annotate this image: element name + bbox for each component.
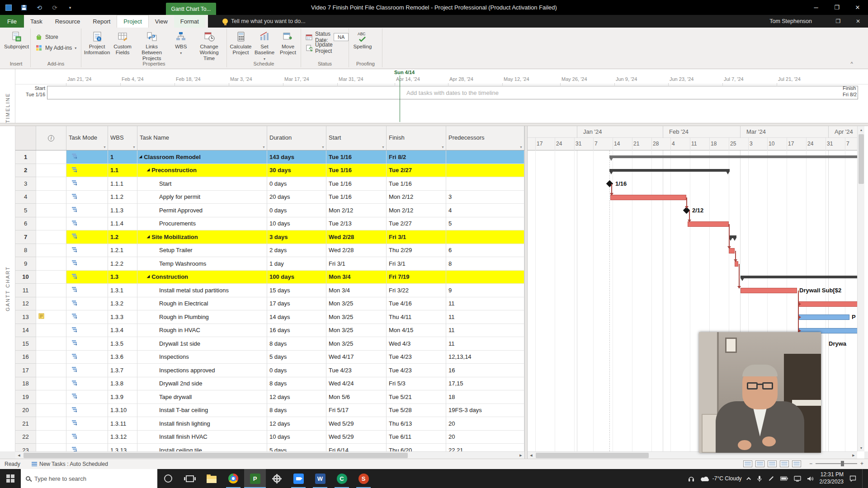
cell-num[interactable]: 16 [15, 351, 36, 364]
redo-button[interactable]: ⟳ [51, 4, 59, 12]
cell-duration[interactable]: 5 days [267, 351, 326, 364]
cell-mode[interactable] [66, 337, 108, 351]
task-bar[interactable] [799, 314, 849, 320]
cell-name[interactable]: Install T-bar ceiling [137, 404, 267, 418]
cell-start[interactable]: Mon 3/25 [326, 324, 387, 338]
cell-mode[interactable] [66, 431, 108, 444]
tab-task[interactable]: Task [24, 15, 49, 28]
zoom-out-button[interactable]: − [809, 460, 812, 467]
cell-pred[interactable]: 20 [446, 431, 524, 444]
cell-duration[interactable]: 14 days [267, 310, 326, 324]
cell-finish[interactable]: Fri 3/1 [387, 257, 446, 271]
cell-pred[interactable]: 17,15 [446, 377, 524, 391]
ribbon-button-links-between-projects[interactable]: Links BetweenProjects [134, 29, 169, 62]
ribbon-button-set-baseline[interactable]: SetBaseline▾ [253, 29, 276, 62]
gantt-horizontal-scroll-thumb[interactable] [536, 453, 649, 458]
column-header-name[interactable]: Task Name▼ [137, 126, 267, 150]
taskbar-search-box[interactable]: Type here to search [21, 469, 157, 488]
cell-wbs[interactable]: 1.3.3 [108, 310, 137, 324]
ribbon-button-status-date[interactable]: Status Date:NA [306, 33, 349, 42]
filter-icon[interactable]: ▼ [103, 145, 106, 149]
cell-duration[interactable]: 8 days [267, 377, 326, 391]
cell-wbs[interactable]: 1.1.1 [108, 177, 137, 191]
cell-num[interactable]: 1 [15, 150, 36, 164]
project-icon[interactable]: P [244, 469, 266, 488]
cell-info[interactable] [36, 204, 66, 217]
cell-start[interactable]: Fri 5/17 [326, 404, 387, 418]
cell-name[interactable]: Install metal stud partitions [137, 284, 267, 297]
cell-finish[interactable]: Tue 4/23 [387, 351, 446, 364]
filter-icon[interactable]: ▼ [132, 145, 136, 149]
cell-pred[interactable]: 9 [446, 284, 524, 297]
cell-pred[interactable] [446, 230, 524, 244]
scroll-up-arrow[interactable]: ▲ [858, 126, 865, 133]
cell-mode[interactable] [66, 444, 108, 451]
cell-name[interactable]: Rough in Electrical [137, 297, 267, 311]
cell-num[interactable]: 2 [15, 164, 36, 178]
cell-duration[interactable]: 17 days [267, 297, 326, 311]
report-view-button[interactable] [792, 460, 801, 467]
ribbon-button-custom-fields[interactable]: CustomFields [111, 29, 134, 56]
column-header-info[interactable]: i [36, 126, 66, 150]
summary-bar[interactable] [609, 155, 857, 158]
tab-file[interactable]: File [0, 15, 24, 28]
cell-start[interactable]: Wed 2/28 [326, 230, 387, 244]
cell-name[interactable]: Install ceiling tile [137, 444, 267, 451]
tell-me-box[interactable]: Tell me what you want to do... [222, 15, 306, 28]
column-header-start[interactable]: Start▼ [326, 126, 387, 150]
cell-name[interactable]: Install finish lighting [137, 417, 267, 431]
column-header-wbs[interactable]: WBS▼ [108, 126, 137, 150]
cell-finish[interactable]: Fri 5/3 [387, 377, 446, 391]
cell-wbs[interactable]: 1.3.4 [108, 324, 137, 338]
action-center-icon[interactable] [849, 475, 856, 482]
cell-num[interactable]: 6 [15, 217, 36, 231]
chrome-icon[interactable] [222, 469, 244, 488]
cell-mode[interactable] [66, 191, 108, 204]
cell-duration[interactable]: 12 days [267, 390, 326, 404]
collapse-ribbon-button[interactable]: ^ [847, 61, 856, 67]
cell-finish[interactable]: Wed 4/3 [387, 337, 446, 351]
cell-start[interactable]: Tue 2/13 [326, 217, 387, 231]
cell-wbs[interactable]: 1.3.9 [108, 390, 137, 404]
tab-format[interactable]: Format [174, 15, 205, 28]
cell-wbs[interactable]: 1.1 [108, 164, 137, 178]
cell-name[interactable]: ◢Preconstruction [137, 164, 267, 178]
task-bar[interactable] [741, 288, 797, 293]
cell-mode[interactable] [66, 324, 108, 338]
cell-name[interactable]: Drywall 1st side [137, 337, 267, 351]
pane-splitter-horizontal[interactable] [0, 123, 868, 126]
cell-wbs[interactable]: 1.1.2 [108, 191, 137, 204]
cell-duration[interactable]: 8 days [267, 337, 326, 351]
cell-num[interactable]: 12 [15, 297, 36, 311]
cell-pred[interactable]: 19FS-3 days [446, 404, 524, 418]
cell-wbs[interactable]: 1.3.7 [108, 364, 137, 377]
cell-start[interactable]: Wed 4/17 [326, 351, 387, 364]
ribbon-button-update-project[interactable]: Update Project [306, 43, 349, 52]
cell-num[interactable]: 4 [15, 191, 36, 204]
cell-duration[interactable]: 12 days [267, 417, 326, 431]
cell-num[interactable]: 22 [15, 431, 36, 444]
cell-name[interactable]: Tape drywall [137, 390, 267, 404]
task-bar[interactable] [610, 195, 686, 200]
expand-collapse-icon[interactable]: ◢ [147, 168, 150, 172]
cell-info[interactable] [36, 244, 66, 258]
start-button[interactable] [0, 469, 21, 488]
table-chart-splitter[interactable] [524, 126, 528, 459]
cell-pred[interactable]: 22,21 [446, 444, 524, 451]
vertical-scrollbar[interactable]: ▲ ▼ [857, 126, 864, 451]
cell-num[interactable]: 11 [15, 284, 36, 297]
cell-num[interactable]: 21 [15, 417, 36, 431]
cell-num[interactable]: 18 [15, 377, 36, 391]
task-bar[interactable] [799, 301, 857, 307]
summary-bar[interactable] [741, 276, 857, 278]
cell-mode[interactable] [66, 177, 108, 191]
summary-bar[interactable] [729, 235, 736, 238]
cell-info[interactable] [36, 324, 66, 338]
word-icon[interactable]: W [309, 469, 331, 488]
cell-start[interactable]: Tue 1/16 [326, 177, 387, 191]
explorer-icon[interactable] [201, 469, 222, 488]
cell-start[interactable]: Wed 5/29 [326, 431, 387, 444]
cell-num[interactable]: 10 [15, 271, 36, 284]
ribbon-button-change-working-time[interactable]: ChangeWorking Time [193, 29, 226, 62]
cell-duration[interactable]: 0 days [267, 177, 326, 191]
